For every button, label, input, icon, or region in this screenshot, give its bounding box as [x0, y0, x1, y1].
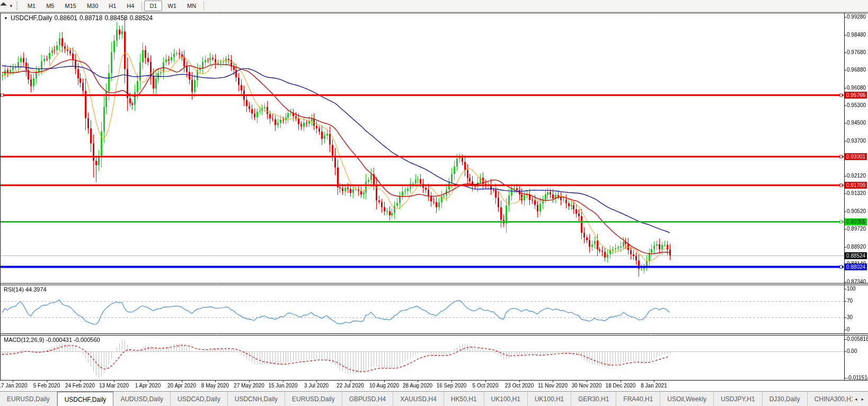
price-chart-canvas[interactable]	[0, 0, 868, 406]
timeframe-button-d1[interactable]: D1	[144, 1, 162, 11]
tab-scroll-left-icon[interactable]: ◂	[855, 396, 857, 402]
ohlc-close: 0.88524	[130, 14, 153, 22]
chart-tab-uk100-h1[interactable]: UK100,H1	[528, 392, 571, 406]
price-axis-label: 0.98480	[847, 32, 868, 38]
toolbar-grip[interactable]	[16, 2, 19, 10]
timeframe-button-mn[interactable]: MN	[182, 1, 201, 11]
price-axis-label: 0.95300	[847, 102, 868, 108]
macd-label: MACD(12,26,9) -0.000431 -0.000560	[4, 337, 100, 343]
chart-tab-ger30-h1[interactable]: GER30,H1	[571, 392, 616, 406]
ohlc-high: 0.88718	[79, 14, 102, 22]
macd-scale-label: 0.00	[847, 348, 868, 354]
tab-scroll-arrows: ◂ ▸	[853, 392, 866, 406]
timeframe-button-m30[interactable]: M30	[82, 1, 103, 11]
date-axis-label: 22 Jul 2020	[336, 383, 364, 389]
price-tag-current-price: 0.88524	[845, 252, 867, 259]
date-axis-label: 11 Nov 2020	[538, 383, 568, 389]
rsi-scale-label: 70	[847, 298, 868, 304]
price-axis-label: 0.93700	[847, 138, 868, 144]
chart-tab-audusd-daily[interactable]: AUDUSD,Daily	[113, 392, 171, 406]
date-axis-label: 5 Oct 2020	[473, 383, 499, 389]
chart-tab-xauusd-h4[interactable]: XAUUSD,H4	[393, 392, 444, 406]
macd-scale-label: 0.005818	[847, 336, 868, 342]
date-axis-label: 27 May 2020	[234, 383, 264, 389]
chart-cursor-icon[interactable]	[1, 3, 7, 10]
chart-tab-usdcad-daily[interactable]: USDCAD,Daily	[171, 392, 228, 406]
timeframe-button-h1[interactable]: H1	[103, 1, 121, 11]
price-tag-resistance-line: 0.93001	[845, 153, 867, 160]
date-axis-label: 28 Aug 2020	[403, 383, 432, 389]
price-tag-support-line: 0.88024	[845, 263, 867, 270]
mt4-chart-window: ▼ M1M5M15M30H1H4D1W1MN ▼USDCHF,Daily0.88…	[0, 0, 868, 406]
chart-title-dropdown-icon[interactable]: ▼	[4, 16, 8, 21]
rsi-scale-label: 0	[847, 326, 868, 332]
date-axis-label: 23 Oct 2020	[505, 383, 534, 389]
chart-tab-dj30-daily[interactable]: DJ30,Daily	[763, 392, 808, 406]
price-axis-label: 0.89720	[847, 226, 868, 232]
date-axis-label: 24 Feb 2020	[65, 383, 95, 389]
date-axis-label: 16 Sep 2020	[437, 383, 467, 389]
chart-tab-eurusd-daily[interactable]: EURUSD,Daily	[285, 392, 342, 406]
chart-tabs: EURUSD,DailyUSDCHF,DailyAUDUSD,DailyUSDC…	[0, 392, 868, 406]
toolbar-separator	[141, 2, 142, 10]
price-axis-label: 0.92120	[847, 173, 868, 179]
price-tag-support-line: 0.90055	[845, 218, 867, 225]
timeframe-button-m15[interactable]: M15	[59, 1, 81, 11]
chart-tab-usdjpy-h1[interactable]: USDJPY,H1	[714, 392, 762, 406]
price-axis-label: 0.97680	[847, 49, 868, 55]
tab-scroll-right-icon[interactable]: ▸	[861, 396, 864, 402]
price-axis-label: 0.94500	[847, 120, 868, 126]
date-axis-label: 15 Jun 2020	[268, 383, 297, 389]
price-axis-label: 0.87340	[847, 279, 868, 285]
rsi-scale-label: 100	[847, 286, 868, 292]
price-axis-label: 0.96880	[847, 67, 868, 73]
chart-tab-gbpusd-h4[interactable]: GBPUSD,H4	[342, 392, 393, 406]
chart-symbol-period: USDCHF,Daily	[11, 14, 52, 22]
rsi-label: RSI(14) 44.3974	[4, 286, 47, 293]
date-axis-label: 1 Apr 2020	[135, 383, 161, 389]
timeframe-toolbar: ▼ M1M5M15M30H1H4D1W1MN	[0, 0, 868, 12]
ohlc-open: 0.88601	[55, 14, 77, 22]
date-axis-label: 3 Jul 2020	[304, 383, 329, 389]
timeframe-button-m5[interactable]: M5	[41, 1, 59, 11]
chart-title: ▼USDCHF,Daily0.886010.887180.884580.8852…	[4, 14, 155, 22]
date-axis-label: 5 Feb 2020	[33, 383, 60, 389]
timeframe-button-w1[interactable]: W1	[162, 1, 182, 11]
chart-tab-usoil-weekly[interactable]: USOil,Weekly	[660, 392, 714, 406]
chart-tab-hk50-h1[interactable]: HK50,H1	[444, 392, 484, 406]
toolbar-separator	[203, 2, 204, 10]
date-axis-label: 20 Apr 2020	[167, 383, 196, 389]
chart-tab-eurusd-daily[interactable]: EURUSD,Daily	[0, 392, 57, 406]
date-axis-label: 18 Dec 2020	[606, 383, 636, 389]
timeframe-button-h4[interactable]: H4	[121, 1, 139, 11]
cursor-dropdown-icon[interactable]: ▼	[9, 4, 13, 8]
timeframe-button-m1[interactable]: M1	[22, 1, 41, 11]
chart-tab-fra40-h1[interactable]: FRA40,H1	[616, 392, 660, 406]
date-axis-label: 10 Aug 2020	[369, 383, 399, 389]
price-tag-resistance-line: 0.95766	[845, 92, 867, 99]
rsi-scale-label: 30	[847, 314, 868, 320]
price-tag-resistance-line: 0.91709	[845, 182, 867, 189]
ohlc-low: 0.88458	[104, 14, 127, 22]
timeframe-buttons: M1M5M15M30H1H4D1W1MN	[22, 1, 206, 11]
price-axis-label: 0.90520	[847, 208, 868, 214]
price-axis-label: 0.88920	[847, 244, 868, 250]
price-axis-label: 0.96080	[847, 85, 868, 91]
date-axis-label: 13 Mar 2020	[99, 383, 129, 389]
chart-tab-usdchf-daily[interactable]: USDCHF,Daily	[57, 391, 114, 406]
date-axis-label: 30 Nov 2020	[572, 383, 602, 389]
chart-tab-usdcnh-daily[interactable]: USDCNH,Daily	[228, 392, 285, 406]
date-axis-label: 8 May 2020	[201, 383, 229, 389]
macd-scale-label: -0.011514	[847, 375, 868, 381]
price-axis-label: 0.99280	[847, 14, 868, 20]
date-axis-label: 17 Jan 2020	[0, 383, 28, 389]
price-axis-label: 0.91320	[847, 190, 868, 196]
date-axis-label: 8 Jan 2021	[641, 383, 667, 389]
chart-tab-bar: EURUSD,DailyUSDCHF,DailyAUDUSD,DailyUSDC…	[0, 391, 868, 406]
chart-tab-uk100-h1[interactable]: UK100,H1	[484, 392, 528, 406]
